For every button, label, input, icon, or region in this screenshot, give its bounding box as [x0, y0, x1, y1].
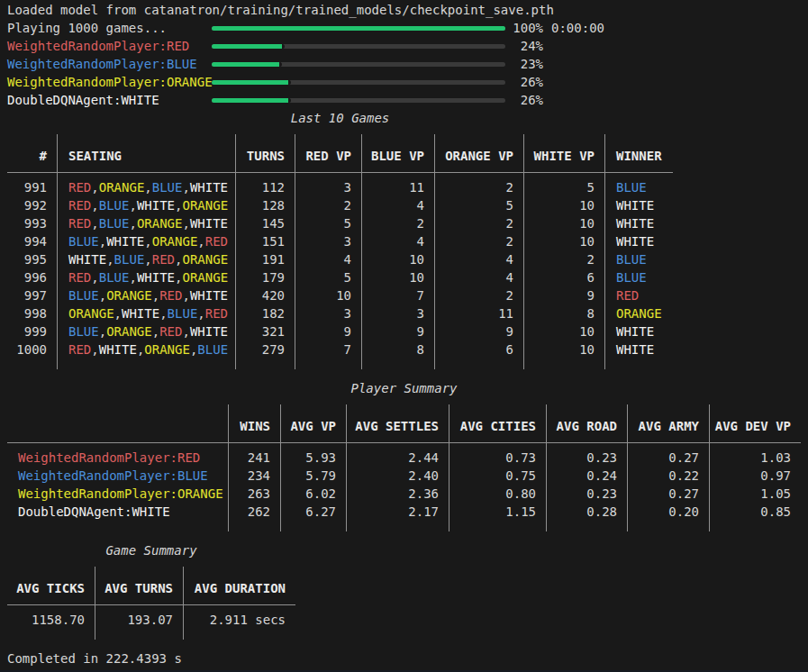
terminal-window: Loaded model from catanatron/training/tr… — [0, 0, 808, 672]
winner-cell: WHITE — [605, 214, 673, 232]
avg-vp-cell: 5.79 — [281, 467, 347, 485]
seating-player-label: WHITE — [137, 198, 175, 213]
winner-label: WHITE — [616, 324, 654, 339]
game-summary-title: Game Summary — [7, 541, 295, 559]
game-number-cell: 993 — [7, 214, 58, 232]
seating-cell: RED,WHITE,ORANGE,BLUE — [58, 341, 236, 369]
winner-cell: BLUE — [605, 268, 673, 286]
orange-vp-cell: 2 — [435, 232, 524, 250]
red-vp-cell: 3 — [295, 304, 362, 322]
column-header: ORANGE VP — [435, 134, 524, 173]
column-header: AVG VP — [281, 404, 347, 443]
winner-label: RED — [616, 288, 639, 303]
progress-bar-fill — [212, 80, 291, 85]
avg-army-cell: 0.27 — [628, 485, 710, 503]
white-vp-cell: 9 — [524, 286, 605, 304]
header-row: WINSAVG VPAVG SETTLESAVG CITIESAVG ROADA… — [7, 404, 801, 443]
game-number-cell: 992 — [7, 196, 58, 214]
column-header: AVG ARMY — [628, 404, 710, 443]
seating-player-label: RED — [68, 180, 91, 195]
column-header: AVG DURATION — [184, 567, 295, 605]
column-header: AVG CITIES — [449, 404, 547, 443]
seating-cell: RED,ORANGE,BLUE,WHITE — [58, 173, 236, 196]
seating-player-label: ORANGE — [68, 306, 114, 321]
player-row: WeightedRandomPlayer:ORANGE2636.022.360.… — [7, 485, 801, 503]
turns-cell: 191 — [236, 250, 295, 268]
seating-player-label: BLUE — [197, 342, 228, 357]
progress-player-label: WeightedRandomPlayer:ORANGE — [7, 73, 212, 91]
seating-player-label: WHITE — [190, 180, 228, 195]
game-row: 992RED,BLUE,WHITE,ORANGE12824510WHITE — [7, 196, 673, 214]
turns-cell: 151 — [236, 232, 295, 250]
player-summary-body: WeightedRandomPlayer:RED2415.932.440.730… — [7, 443, 801, 531]
progress-bar — [212, 80, 505, 85]
progress-player-row: WeightedRandomPlayer:BLUE23% — [7, 55, 808, 73]
winner-cell: BLUE — [605, 250, 673, 268]
header-row: AVG TICKSAVG TURNSAVG DURATION — [7, 567, 295, 605]
column-header: WINNER — [605, 134, 673, 173]
avg-turns-cell: 193.07 — [95, 605, 184, 640]
seating-player-label: RED — [68, 270, 91, 285]
seating-player-label: RED — [205, 234, 228, 249]
progress-bar — [212, 44, 505, 49]
blue-vp-cell: 3 — [362, 304, 435, 322]
seating-player-label: BLUE — [114, 252, 145, 267]
game-row: 994BLUE,WHITE,ORANGE,RED15134210WHITE — [7, 232, 673, 250]
progress-bar-fill — [212, 44, 285, 49]
wins-cell: 241 — [229, 443, 281, 467]
progress-percent: 24% — [505, 37, 543, 55]
seating-player-label: RED — [68, 342, 91, 357]
game-row: 1000RED,WHITE,ORANGE,BLUE27978610WHITE — [7, 341, 673, 369]
seating-player-label: BLUE — [99, 216, 130, 231]
column-header: WINS — [229, 404, 281, 443]
turns-cell: 112 — [236, 173, 295, 196]
winner-cell: RED — [605, 286, 673, 304]
white-vp-cell: 5 — [524, 173, 605, 196]
last10-header: #SEATINGTURNSRED VPBLUE VPORANGE VPWHITE… — [7, 134, 673, 173]
winner-cell: WHITE — [605, 341, 673, 369]
avg-cities-cell: 0.75 — [449, 467, 547, 485]
game-number-cell: 998 — [7, 304, 58, 322]
avg-settles-cell: 2.44 — [347, 443, 449, 467]
avg-ticks-cell: 1158.70 — [7, 605, 95, 640]
seating-player-label: RED — [159, 288, 182, 303]
player-row: WeightedRandomPlayer:RED2415.932.440.730… — [7, 443, 801, 467]
seating-player-label: BLUE — [152, 180, 183, 195]
seating-player-label: ORANGE — [137, 216, 183, 231]
winner-label: WHITE — [616, 234, 654, 249]
game-summary-body: 1158.70193.072.911 secs — [7, 605, 295, 640]
seating-player-label: WHITE — [190, 324, 228, 339]
blue-vp-cell: 4 — [362, 232, 435, 250]
blue-vp-cell: 10 — [362, 250, 435, 268]
turns-cell: 279 — [236, 341, 295, 369]
progress-overall-row: Playing 1000 games...100%0:00:00 — [7, 19, 808, 37]
orange-vp-cell: 6 — [435, 341, 524, 369]
game-number-cell: 995 — [7, 250, 58, 268]
column-header: # — [7, 134, 58, 173]
seating-player-label: ORANGE — [182, 198, 228, 213]
column-header: WHITE VP — [524, 134, 605, 173]
seating-player-label: ORANGE — [182, 270, 228, 285]
game-number-cell: 991 — [7, 173, 58, 196]
seating-player-label: ORANGE — [106, 324, 152, 339]
winner-cell: ORANGE — [605, 304, 673, 322]
game-row: 998ORANGE,WHITE,BLUE,RED18233118ORANGE — [7, 304, 673, 322]
seating-player-label: ORANGE — [182, 252, 228, 267]
log-completed: Completed in 222.4393 s — [7, 649, 808, 667]
column-header — [7, 404, 229, 443]
seating-player-label: WHITE — [106, 234, 144, 249]
player-summary-header: WINSAVG VPAVG SETTLESAVG CITIESAVG ROADA… — [7, 404, 801, 443]
game-number-cell: 999 — [7, 322, 58, 341]
red-vp-cell: 2 — [295, 196, 362, 214]
progress-overall-label: Playing 1000 games... — [7, 19, 212, 37]
seating-player-label: BLUE — [168, 306, 198, 321]
game-row: 996RED,BLUE,WHITE,ORANGE17951046BLUE — [7, 268, 673, 286]
red-vp-cell: 7 — [295, 341, 362, 369]
seating-player-label: WHITE — [68, 252, 106, 267]
red-vp-cell: 9 — [295, 322, 362, 341]
player-name-cell: WeightedRandomPlayer:BLUE — [7, 467, 229, 485]
red-vp-cell: 5 — [295, 214, 362, 232]
column-header: BLUE VP — [362, 134, 435, 173]
white-vp-cell: 10 — [524, 232, 605, 250]
last10-body: 991RED,ORANGE,BLUE,WHITE11231125BLUE992R… — [7, 173, 673, 369]
